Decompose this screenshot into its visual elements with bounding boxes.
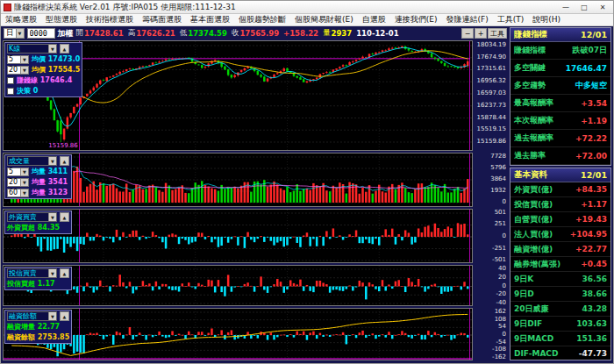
section2-row-value-5: +0.45 — [581, 260, 607, 268]
margin-overlay: 融資餘額▼▲融資增量 22.77融資餘額 2753.85 — [4, 310, 72, 344]
section2-row-label-6: 9日K — [514, 274, 533, 285]
menu-item-7[interactable]: 自選股 — [358, 14, 390, 25]
titlebar: 賺錢指標決策系統 Ver2.01 序號:IPA015 使用期限:111-12-3… — [1, 1, 613, 14]
volume-panel: 成交量▼▲5▼均量 341120▼均量 354160▼均量 3123772857… — [3, 153, 508, 207]
section2-row-label-7: 9日D — [514, 289, 534, 300]
foreign-axis-label-0: 501 — [495, 209, 506, 216]
margin-axis-label-0: 162 — [495, 308, 506, 315]
section2-row-value-8: 43.28 — [582, 304, 607, 313]
volume-period-select-60[interactable]: 60▼ — [7, 189, 29, 197]
section1-row-value-0: 跌破07日 — [572, 45, 607, 56]
menu-item-4[interactable]: 基本面選股 — [186, 14, 234, 25]
foreign-chart[interactable] — [4, 210, 472, 262]
foreign-type-select[interactable]: 外資買賣▼ — [7, 212, 57, 222]
chevron-down-icon: ▼ — [48, 312, 56, 320]
trust-axis-label-3: -20 — [496, 290, 506, 297]
main-checkbox-1[interactable] — [7, 88, 14, 95]
volume-type-select-value: 成交量 — [8, 156, 48, 166]
volume-plot-area: 成交量▼▲5▼均量 341120▼均量 354160▼均量 3123 — [3, 153, 473, 207]
menu-item-9[interactable]: 發賺連結(F) — [441, 14, 492, 25]
margin-axis-label-4: -54 — [496, 339, 506, 346]
volume-ma-row-0: 5▼均量 3411 — [7, 167, 69, 176]
trust-info-row-0: 投信買超 1.17 — [7, 279, 69, 289]
zoom-in-button[interactable]: + — [475, 28, 487, 39]
tools-button[interactable]: 工具 — [488, 28, 507, 39]
section1-row-value-3: +3.54 — [581, 99, 607, 108]
volume-period-value-2: 60 — [8, 189, 20, 196]
quote-2: 低17374.59 — [180, 28, 227, 39]
section2-row-7: 9日D38.66 — [510, 287, 610, 302]
chevron-down-icon: ▼ — [48, 213, 56, 221]
main-check-label-0: 賺錢線 17646.4 — [17, 75, 72, 85]
main-type-select[interactable]: K線▼ — [7, 44, 57, 54]
main-period-value-1: 20 — [8, 66, 20, 74]
chevron-down-icon[interactable]: ▼ — [16, 29, 24, 38]
volume-period-select-20[interactable]: 20▼ — [7, 178, 29, 187]
section2-row-value-9: 103.63 — [576, 319, 607, 328]
section2-row-value-10: 151.36 — [576, 334, 607, 343]
main-type-select-value: K線 — [8, 44, 48, 54]
section1-row-value-6: +72.00 — [575, 152, 607, 161]
volume-period-select-5[interactable]: 5▼ — [7, 168, 29, 176]
main-ma-row-1: 20▼均價 17554.5 — [7, 65, 80, 75]
menu-item-2[interactable]: 技術指標選股 — [82, 14, 138, 25]
section2-row-2: 自營買(億)+19.43 — [510, 212, 610, 227]
main-ma-label-0: 均價 17473.0 — [32, 54, 80, 64]
menubar: 策略選股型態選股技術指標選股籌碼面選股基本面選股個股趨勢診斷個股簡易財報(E)自… — [1, 14, 613, 26]
volume-collapse-button[interactable]: ▲ — [60, 156, 69, 166]
margin-collapse-button[interactable]: ▲ — [60, 311, 69, 321]
chevron-down-icon: ▼ — [48, 45, 56, 53]
volume-chart[interactable] — [4, 153, 472, 206]
section1-row-label-2: 多空趨勢 — [514, 80, 546, 91]
margin-info-text-0: 融資增量 22.77 — [7, 322, 60, 332]
trust-chart[interactable] — [4, 266, 472, 305]
fundamentals-section-header: 基本資料 12/01 — [510, 168, 610, 182]
foreign-plot-area: 外資買賣▼▲外資買超 84.35 — [3, 209, 473, 263]
fundamentals-section-title: 基本資料 — [514, 169, 547, 181]
main-collapse-button[interactable]: ▲ — [60, 44, 69, 54]
main-axis-label-1: 17674.90 — [477, 54, 506, 61]
margin-type-select[interactable]: 融資餘額▼ — [7, 311, 57, 321]
main-plot-area: 15159.86K線▼▲5▼均價 17473.020▼均價 17554.5賺錢線… — [3, 40, 473, 151]
trust-collapse-button[interactable]: ▲ — [60, 268, 69, 278]
menu-item-6[interactable]: 個股簡易財報(E) — [290, 14, 358, 25]
section2-row-label-1: 投信買(億) — [514, 199, 553, 211]
close-button[interactable]: ✕ — [595, 2, 610, 13]
trust-type-select[interactable]: 投信買賣▼ — [7, 268, 57, 278]
window-title: 賺錢指標決策系統 Ver2.01 序號:IPA015 使用期限:111-12-3… — [14, 2, 555, 13]
zoom-out-button[interactable]: − — [461, 28, 474, 39]
menu-item-0[interactable]: 策略選股 — [1, 14, 41, 25]
volume-type-select[interactable]: 成交量▼ — [7, 156, 57, 166]
quote-label-0: 開 — [76, 28, 84, 39]
section2-row-9: 9日DIF103.63 — [510, 317, 610, 332]
volume-ma-value-2: 3123 — [48, 189, 68, 196]
main-period-select-20[interactable]: 20▼ — [7, 66, 29, 75]
section2-row-value-11: -47.73 — [579, 349, 607, 358]
volume-ma-row-1: 20▼均量 3541 — [7, 177, 69, 187]
menu-item-10[interactable]: 工具(T) — [493, 14, 529, 25]
menu-item-5[interactable]: 個股趨勢診斷 — [234, 14, 290, 25]
margin-axis-label-3: 0 — [503, 331, 506, 338]
chevron-down-icon: ▼ — [20, 56, 28, 63]
section2-row-value-4: +22.77 — [575, 245, 607, 253]
minimize-button[interactable]: — — [558, 2, 574, 13]
menu-item-3[interactable]: 籌碼面選股 — [138, 14, 186, 25]
quote-5: 量2937 — [323, 28, 352, 39]
period-select[interactable]: 日 ▼ — [4, 28, 25, 39]
volume-axis-label-3: 1932 — [490, 187, 506, 194]
foreign-info-row-0: 外資買超 84.35 — [7, 223, 69, 232]
quote-value-1: 17626.21 — [136, 29, 175, 38]
menu-item-8[interactable]: 連接我們(E) — [390, 14, 442, 25]
margin-chart[interactable] — [4, 309, 472, 360]
foreign-collapse-button[interactable]: ▲ — [60, 212, 69, 222]
symbol-code-input[interactable] — [27, 28, 55, 39]
main-checkbox-0[interactable] — [7, 77, 14, 84]
trust-overlay: 投信買賣▼▲投信買超 1.17 — [4, 267, 72, 290]
main-period-select-5[interactable]: 5▼ — [7, 55, 29, 64]
main-check-name-0: 賺錢線 — [17, 76, 38, 84]
maximize-button[interactable]: □ — [576, 2, 592, 13]
menu-item-1[interactable]: 型態選股 — [41, 14, 82, 25]
menu-item-11[interactable]: 說明(H) — [528, 14, 565, 25]
main-ma-row-0: 5▼均價 17473.0 — [7, 54, 80, 64]
volume-ma-label-2: 均量 3123 — [32, 188, 68, 197]
